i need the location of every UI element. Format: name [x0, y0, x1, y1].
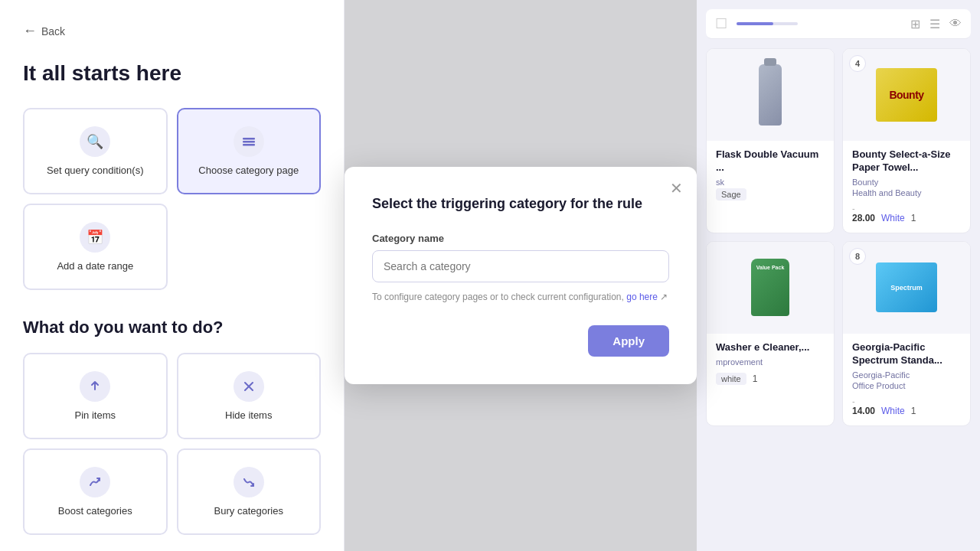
- eye-icon[interactable]: 👁: [949, 17, 962, 31]
- action-cards: Pin items Hide items Boost categories: [23, 353, 321, 535]
- category-name-label: Category name: [372, 233, 669, 244]
- meta-price: 28.00: [852, 213, 875, 223]
- card-choose-category[interactable]: Choose category page: [177, 108, 322, 194]
- product-meta: 28.00 White 1: [852, 213, 961, 223]
- card-bury-categories[interactable]: Bury categories: [177, 448, 322, 535]
- grid-icon[interactable]: ⊞: [910, 17, 920, 31]
- svg-rect-1: [243, 141, 255, 143]
- progress-fill: [737, 22, 773, 25]
- card-choose-category-label: Choose category page: [198, 165, 299, 176]
- product-image-spectrum: 8 Spectrum: [843, 242, 970, 334]
- product-dash: -: [852, 204, 961, 213]
- product-category: Office Product: [852, 381, 961, 390]
- product-meta: Sage: [716, 188, 825, 201]
- card-add-date[interactable]: 📅 Add a date range: [23, 204, 168, 290]
- modal-area: ✕ Select the triggering category for the…: [345, 0, 697, 551]
- flask-illustration: [759, 64, 782, 126]
- product-info-hydro-flask: Flask Double Vacuum ... sk Sage: [707, 141, 834, 210]
- apply-button[interactable]: Apply: [588, 325, 669, 357]
- right-panel: ☐ ⊞ ☰ 👁 Flask Double Vacuum ... sk Sage: [697, 0, 980, 551]
- condition-cards: 🔍 Set query condition(s) Choose category…: [23, 108, 321, 290]
- card-bury-categories-label: Bury categories: [214, 505, 283, 517]
- cleaner-illustration: [751, 259, 789, 316]
- left-panel: ← Back It all starts here 🔍 Set query co…: [0, 0, 345, 551]
- meta-category: Sage: [716, 188, 746, 201]
- hide-icon: [234, 371, 264, 402]
- list-icon[interactable]: ☰: [929, 17, 940, 31]
- product-card-bounty[interactable]: 4 Bounty Bounty Select-a-Size Paper Towe…: [842, 48, 971, 233]
- meta-qty: 1: [911, 213, 916, 223]
- calendar-icon: 📅: [80, 222, 110, 253]
- back-label: Back: [41, 25, 65, 37]
- product-info-spectrum: Georgia-Pacific Spectrum Standa... Georg…: [843, 334, 970, 425]
- product-name: Georgia-Pacific Spectrum Standa...: [852, 341, 961, 367]
- back-arrow-icon: ←: [23, 23, 37, 39]
- meta-qty: 1: [911, 406, 916, 416]
- product-dash: -: [852, 396, 961, 406]
- product-image-hydro-flask: [707, 49, 834, 141]
- progress-bar: [737, 22, 798, 25]
- card-pin-items[interactable]: Pin items: [23, 353, 168, 439]
- product-image-bounty: 4 Bounty: [843, 49, 970, 141]
- product-card-hydro-flask[interactable]: Flask Double Vacuum ... sk Sage: [706, 48, 835, 233]
- hero-title: It all starts here: [23, 60, 321, 86]
- product-meta: white 1: [716, 373, 825, 385]
- meta-color: White: [881, 213, 905, 223]
- pin-up-icon: [80, 371, 110, 402]
- product-brand: sk: [716, 178, 825, 187]
- product-name: Flask Double Vacuum ...: [716, 148, 825, 174]
- card-pin-items-label: Pin items: [75, 409, 116, 421]
- boost-icon: [80, 467, 110, 497]
- modal-close-button[interactable]: ✕: [670, 179, 683, 197]
- card-hide-items[interactable]: Hide items: [177, 353, 322, 439]
- product-info-cleaner: Washer e Cleaner,... mprovement white 1: [707, 334, 834, 394]
- product-name: Bounty Select-a-Size Paper Towel...: [852, 148, 961, 174]
- external-link-icon: ↗: [660, 292, 668, 302]
- layers-icon: [234, 126, 264, 157]
- product-info-bounty: Bounty Select-a-Size Paper Towel... Boun…: [843, 141, 970, 233]
- meta-color: White: [881, 406, 905, 416]
- check-icon: ☐: [715, 15, 727, 32]
- modal-overlay: ✕ Select the triggering category for the…: [345, 0, 697, 551]
- meta-color: white: [716, 373, 746, 385]
- bounty-illustration: Bounty: [876, 68, 937, 122]
- card-boost-categories-label: Boost categories: [58, 505, 132, 517]
- product-meta: 14.00 White 1: [852, 406, 961, 416]
- modal-helper-text: To configure category pages or to check …: [372, 290, 669, 304]
- product-brand: Bounty: [852, 178, 961, 187]
- product-badge: 4: [849, 55, 866, 72]
- svg-rect-2: [243, 144, 255, 146]
- card-add-date-label: Add a date range: [57, 260, 133, 272]
- product-card-spectrum[interactable]: 8 Spectrum Georgia-Pacific Spectrum Stan…: [842, 241, 971, 426]
- svg-rect-0: [243, 138, 255, 140]
- card-boost-categories[interactable]: Boost categories: [23, 448, 168, 535]
- card-hide-items-label: Hide items: [225, 409, 272, 421]
- product-category: Health and Beauty: [852, 188, 961, 197]
- meta-price: 14.00: [852, 406, 875, 416]
- bury-icon: [234, 467, 264, 497]
- card-set-query[interactable]: 🔍 Set query condition(s): [23, 108, 168, 194]
- products-grid: Flask Double Vacuum ... sk Sage 4 Bounty…: [706, 48, 971, 426]
- product-brand: Georgia-Pacific: [852, 370, 961, 380]
- category-modal: ✕ Select the triggering category for the…: [345, 167, 697, 383]
- product-category: mprovement: [716, 357, 825, 367]
- what-title: What do you want to do?: [23, 318, 321, 337]
- meta-qty: 1: [753, 373, 758, 384]
- spectrum-illustration: Spectrum: [876, 262, 937, 312]
- product-name: Washer e Cleaner,...: [716, 341, 825, 354]
- category-search-input[interactable]: [372, 250, 669, 282]
- modal-title: Select the triggering category for the r…: [372, 194, 669, 214]
- card-set-query-label: Set query condition(s): [47, 165, 143, 176]
- modal-footer: Apply: [372, 325, 669, 357]
- product-badge: 8: [849, 248, 866, 265]
- go-here-link[interactable]: go here: [626, 292, 658, 302]
- search-icon: 🔍: [80, 126, 110, 157]
- product-card-cleaner[interactable]: Washer e Cleaner,... mprovement white 1: [706, 241, 835, 426]
- product-image-cleaner: [707, 242, 834, 334]
- back-button[interactable]: ← Back: [23, 23, 65, 39]
- toolbar: ☐ ⊞ ☰ 👁: [706, 9, 971, 39]
